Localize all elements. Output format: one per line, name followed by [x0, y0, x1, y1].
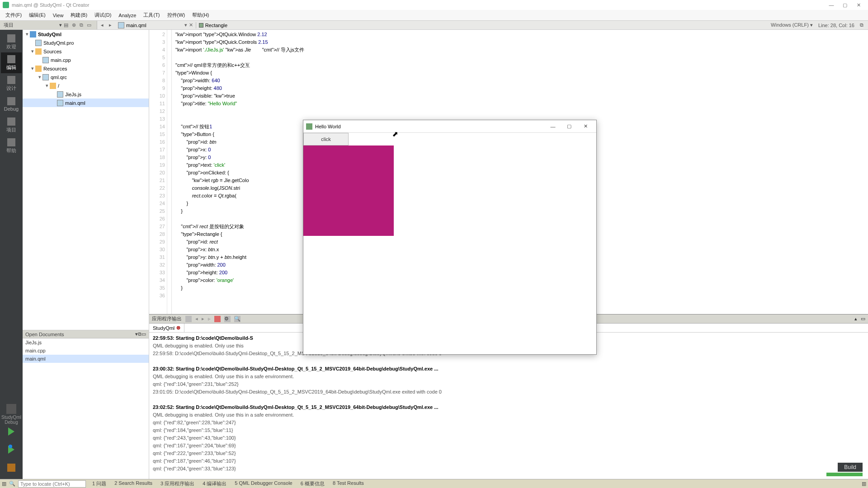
status-pane-button[interactable]: 3 应用程序输出	[157, 480, 198, 487]
status-right-toggle-icon[interactable]: ▥	[862, 481, 866, 487]
status-pane-button[interactable]: 1 问题	[89, 480, 110, 487]
mouse-cursor	[392, 130, 398, 138]
open-doc-item[interactable]: main.cpp	[23, 347, 149, 355]
menu-item[interactable]: Analyze	[115, 13, 140, 18]
menu-item[interactable]: 工具(T)	[140, 12, 163, 19]
menu-item[interactable]: 构建(B)	[67, 12, 91, 19]
status-pane-button[interactable]: 8 Test Results	[329, 480, 368, 486]
editor-file-tab[interactable]: main.qml ▾ ✕	[115, 22, 196, 28]
menu-item[interactable]: 控件(W)	[164, 12, 189, 19]
tree-item[interactable]: JieJs.js	[23, 90, 149, 99]
mode-button[interactable]: 帮助	[1, 136, 22, 156]
window-title: main.qml @ StudyQml - Qt Creator	[12, 2, 89, 8]
rectangle-icon	[199, 23, 203, 28]
status-pane-button[interactable]: 4 编译输出	[199, 480, 230, 487]
project-pane-label[interactable]: 项目 ▾ ▤ ⊕ ⧉ ▭	[0, 21, 97, 29]
tree-root[interactable]: ▾StudyQml	[23, 30, 149, 38]
filter-icon[interactable]: ▤	[62, 22, 70, 28]
click-button[interactable]: click	[303, 133, 349, 145]
mode-button[interactable]: 欢迎	[1, 32, 22, 52]
next-icon[interactable]: ▸	[202, 316, 204, 322]
status-pane-button[interactable]: 2 Search Results	[111, 480, 156, 486]
attach-icon[interactable]	[185, 316, 192, 322]
mode-button[interactable]: 项目	[1, 115, 22, 136]
zoom-icon[interactable]: 🔍	[234, 316, 241, 322]
tree-item[interactable]: ▾Resources	[23, 64, 149, 73]
tree-item[interactable]: StudyQml.pro	[23, 38, 149, 47]
search-icon: 🔍	[9, 481, 15, 487]
tab-close-icon[interactable]: ⊗	[176, 325, 180, 331]
build-progress	[826, 473, 863, 476]
status-pane-button[interactable]: 5 QML Debugger Console	[231, 480, 296, 486]
tree-item[interactable]: ▾qml.qrc	[23, 73, 149, 81]
build-button[interactable]	[5, 461, 18, 474]
app-maximize-button[interactable]: ▢	[561, 123, 577, 129]
open-documents-pane: Open Documents▾⧉▭ JieJs.jsmain.cppmain.q…	[23, 330, 149, 488]
build-badge[interactable]: Build	[838, 463, 863, 472]
editor-toolbar: 项目 ▾ ▤ ⊕ ⧉ ▭ ◂ ▸ main.qml ▾ ✕ Rectangle …	[0, 21, 868, 30]
debug-button[interactable]	[5, 443, 18, 456]
open-docs-split-icon[interactable]: ⧉	[138, 331, 142, 337]
minimize-button[interactable]: —	[825, 2, 838, 8]
cursor-position: Line: 28, Col: 16	[818, 23, 854, 28]
mode-button[interactable]: Debug	[1, 94, 22, 115]
output-title: 应用程序输出	[152, 315, 182, 322]
mode-button[interactable]: 编辑	[1, 52, 22, 73]
tree-item[interactable]: main.qml	[23, 99, 149, 107]
output-close-icon[interactable]: ▭	[861, 316, 865, 322]
app-icon	[3, 2, 9, 8]
running-app-titlebar[interactable]: Hello World — ▢ ✕	[303, 120, 596, 133]
open-docs-close-icon[interactable]: ▭	[142, 331, 146, 337]
menu-item[interactable]: 文件(F)	[2, 12, 25, 19]
fold-gutter[interactable]	[167, 30, 172, 314]
open-doc-item[interactable]: JieJs.js	[23, 338, 149, 347]
status-pane-button[interactable]: 6 概要信息	[297, 480, 328, 487]
nav-fwd-icon[interactable]: ▸	[107, 22, 113, 28]
tree-item[interactable]: main.cpp	[23, 56, 149, 64]
kit-selector[interactable]: StudyQmlDebug	[1, 404, 21, 425]
mode-button[interactable]: 设计	[1, 73, 22, 94]
running-app-title: Hello World	[315, 124, 341, 129]
app-close-button[interactable]: ✕	[577, 123, 594, 129]
line-gutter: 2345678910111213141516171819202122232425…	[149, 30, 167, 314]
stop-icon[interactable]	[214, 316, 221, 322]
mode-bar: 欢迎编辑设计Debug项目帮助StudyQmlDebug	[0, 30, 23, 479]
tree-item[interactable]: ▾/	[23, 81, 149, 90]
close-button[interactable]: ✕	[852, 2, 865, 8]
app-minimize-button[interactable]: —	[545, 124, 561, 129]
nav-back-icon[interactable]: ◂	[99, 22, 105, 28]
tree-item[interactable]: ▾Sources	[23, 47, 149, 56]
locator-input[interactable]	[18, 480, 86, 488]
qml-file-icon	[118, 22, 124, 28]
toggle-sidebar-icon[interactable]: ▥	[2, 481, 6, 487]
menubar: 文件(F)编辑(E)View构建(B)调试(D)Analyze工具(T)控件(W…	[0, 10, 868, 21]
status-bar: ▥ 🔍 1 问题2 Search Results3 应用程序输出4 编译输出5 …	[0, 479, 868, 488]
menu-item[interactable]: 调试(D)	[91, 12, 115, 19]
output-tab[interactable]: StudyQml ⊗	[149, 324, 184, 332]
window-titlebar: main.qml @ StudyQml - Qt Creator — ▢ ✕	[0, 0, 868, 10]
settings-icon[interactable]: ⚙	[224, 316, 231, 322]
menu-item[interactable]: 编辑(E)	[25, 12, 49, 19]
line-ending-selector[interactable]: Windows (CRLF) ▾	[771, 22, 813, 28]
colored-rectangle	[303, 145, 394, 236]
running-app-window[interactable]: Hello World — ▢ ✕ click	[303, 120, 597, 355]
maximize-button[interactable]: ▢	[838, 2, 852, 8]
close-tab-icon[interactable]: ✕	[189, 22, 193, 28]
split-icon[interactable]: ⧉	[860, 22, 863, 28]
menu-item[interactable]: View	[49, 13, 67, 18]
menu-item[interactable]: 帮助(H)	[189, 12, 212, 19]
output-toggle-icon[interactable]: ▴	[854, 316, 857, 322]
prev-icon[interactable]: ◂	[195, 316, 198, 322]
symbol-breadcrumb[interactable]: Rectangle	[196, 23, 231, 28]
open-documents-title: Open Documents	[25, 332, 64, 337]
qt-app-icon	[306, 123, 312, 130]
run-button[interactable]	[5, 425, 18, 438]
open-doc-item[interactable]: main.qml	[23, 355, 149, 363]
